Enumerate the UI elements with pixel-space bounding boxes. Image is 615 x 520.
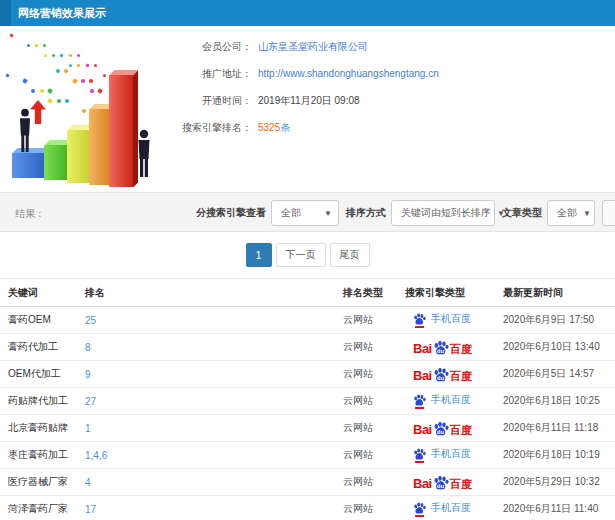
confetti-dot [56, 69, 60, 73]
confetti-dot [94, 64, 97, 67]
results-table-header-row: 关键词 排名 排名类型 搜索引擎类型 最新更新时间 [0, 279, 615, 307]
confetti-dot [77, 64, 80, 67]
col-header-engine-type: 搜索引擎类型 [405, 279, 503, 307]
confetti-dot [103, 74, 106, 77]
chevron-down-icon: ▼ [324, 209, 332, 218]
rank-link[interactable]: 8 [85, 342, 91, 353]
baidu-bai-text: Bai [413, 369, 432, 382]
keyword-cell: 医疗器械厂家 [0, 469, 85, 496]
updated-cell: 2020年6月5日 14:57 [503, 361, 615, 388]
baidu-mobile-label: 手机百度 [431, 502, 471, 514]
rank-link[interactable]: 4 [85, 477, 91, 488]
baidu-bai-text: Bai [413, 342, 432, 355]
keyword-cell: OEM代加工 [0, 361, 85, 388]
article-type-select[interactable]: 全部 ▼ [547, 200, 595, 226]
confetti-dot [43, 44, 46, 47]
table-row: OEM代加工 9 云网站 Bai du 百度 2020年6月5日 14:57 [0, 361, 615, 388]
rank-cell: 8 [85, 334, 343, 361]
engine-cell: 手机百度 [405, 496, 503, 520]
rank-type-cell: 云网站 [343, 334, 405, 361]
baidu-mobile-logo: 手机百度 [413, 502, 471, 514]
pagination: 1 下一页 尾页 [0, 232, 615, 278]
confetti-dot [64, 69, 68, 73]
member-info-panel: 会员公司： 山东皇圣堂药业有限公司 推广地址： http://www.shand… [180, 34, 610, 142]
info-row-company: 会员公司： 山东皇圣堂药业有限公司 [180, 34, 610, 59]
rank-cell: 17 [85, 496, 343, 520]
baidu-red-underline [415, 461, 424, 463]
confetti-dot [31, 89, 35, 93]
table-row: 药贴牌代加工 27 云网站 手机百度 2020年6月18日 10:25 [0, 388, 615, 415]
rank-count-label: 搜索引擎排名： [180, 121, 252, 135]
page: 网络营销效果展示 会员公司： 山东皇圣堂药业有限公司 推广地址： http://… [0, 0, 615, 520]
confetti-dot [69, 64, 72, 67]
baidu-baidu-text: 百度 [450, 370, 472, 382]
marketing-chart-illustration [0, 30, 195, 190]
baidu-baidu-text: 百度 [450, 343, 472, 355]
info-row-opened: 开通时间： 2019年11月20日 09:08 [180, 88, 610, 113]
rank-type-cell: 云网站 [343, 442, 405, 469]
col-header-keyword: 关键词 [0, 279, 85, 307]
confetti-dot [40, 89, 44, 93]
baidu-paw-icon: du [433, 340, 449, 355]
chevron-down-icon: ▼ [583, 209, 591, 218]
rank-cell: 25 [85, 307, 343, 334]
baidu-red-underline [415, 326, 424, 328]
rank-link[interactable]: 9 [85, 369, 91, 380]
sort-filter-label: 排序方式 [346, 206, 386, 220]
baidu-red-underline [415, 515, 424, 517]
result-label: 结果： [15, 207, 45, 221]
updated-cell: 2020年5月29日 10:32 [503, 469, 615, 496]
rank-link[interactable]: 25 [85, 315, 96, 326]
baidu-red-underline [415, 407, 424, 409]
keyword-cell: 枣庄膏药加工 [0, 442, 85, 469]
rank-link[interactable]: 1 [85, 423, 91, 434]
confetti-dot [47, 88, 52, 93]
engine-cell: Bai du 百度 [405, 361, 503, 388]
rank-link[interactable]: 17 [85, 504, 96, 515]
table-row: 膏药OEM 25 云网站 手机百度 2020年6月9日 17:50 [0, 307, 615, 334]
rank-link[interactable]: 27 [85, 396, 96, 407]
info-row-rank-count: 搜索引擎排名： 5325 条 [180, 115, 610, 140]
confetti-dot [72, 78, 77, 83]
baidu-mobile-logo: 手机百度 [413, 394, 471, 406]
page-title: 网络营销效果展示 [11, 0, 615, 26]
baidu-pc-logo: Bai du 百度 [413, 367, 472, 382]
sort-filter-value: 关键词由短到长排序 [401, 206, 491, 220]
confetti-dot [85, 64, 89, 68]
confetti-dot [5, 74, 9, 78]
rank-count-unit: 条 [280, 121, 290, 135]
baidu-du-text: du [437, 375, 444, 381]
baidu-pc-logo: Bai du 百度 [413, 475, 472, 490]
col-header-rank: 排名 [85, 279, 343, 307]
rank-cell: 9 [85, 361, 343, 388]
confetti-dot [27, 44, 30, 47]
confetti-dot [81, 79, 85, 83]
rank-cell: 4 [85, 469, 343, 496]
updated-cell: 2020年6月11日 11:40 [503, 496, 615, 520]
baidu-paw-icon: du [433, 367, 449, 382]
next-page-button[interactable]: 下一页 [276, 243, 326, 267]
baidu-paw-icon [413, 394, 426, 406]
confetti-dot [52, 54, 55, 57]
baidu-paw-icon: du [433, 475, 449, 490]
page-button-current[interactable]: 1 [246, 243, 272, 267]
article-type-value: 全部 [557, 206, 577, 220]
info-row-url: 推广地址： http://www.shandonghuangshengtang.… [180, 61, 610, 86]
last-page-button[interactable]: 尾页 [330, 243, 370, 267]
results-table: 关键词 排名 排名类型 搜索引擎类型 最新更新时间 膏药OEM 25 云网站 手… [0, 278, 615, 520]
promo-url-link[interactable]: http://www.shandonghuangshengtang.cn [258, 68, 439, 79]
keyword-cell: 北京膏药贴牌 [0, 415, 85, 442]
rank-link[interactable]: 1,4,6 [85, 450, 107, 461]
baidu-mobile-label: 手机百度 [431, 313, 471, 325]
sort-filter-select[interactable]: 关键词由短到长排序 ▼ [391, 200, 495, 226]
submit-button[interactable]: 提交 [602, 200, 615, 226]
baidu-pc-logo: Bai du 百度 [413, 421, 472, 436]
company-link[interactable]: 山东皇圣堂药业有限公司 [258, 40, 368, 54]
rank-type-cell: 云网站 [343, 496, 405, 520]
engine-cell: 手机百度 [405, 388, 503, 415]
col-header-updated: 最新更新时间 [503, 279, 615, 307]
engine-filter-select[interactable]: 全部 ▼ [271, 200, 339, 226]
baidu-paw-icon [413, 448, 426, 460]
keyword-cell: 药贴牌代加工 [0, 388, 85, 415]
baidu-mobile-logo: 手机百度 [413, 313, 471, 325]
